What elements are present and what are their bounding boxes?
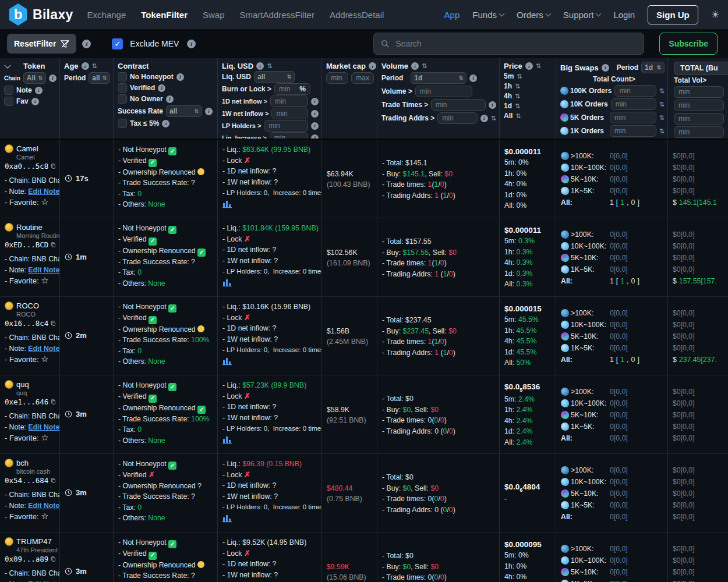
vol-1k-min-input[interactable]: min [674,126,724,138]
stepper-icon[interactable]: ⇅ [659,101,665,108]
favorite-star-icon[interactable]: ☆ [41,432,48,442]
liquidity-chart-icon[interactable] [222,435,232,444]
edit-note-link[interactable]: Edit Note [28,580,59,582]
vol-10k-min-input[interactable]: min [674,100,724,111]
age-period-select[interactable]: all⇅ [89,72,110,84]
subscribe-button[interactable]: Subscribe [659,33,718,55]
info-icon[interactable]: i [31,98,39,105]
bilaxy-logo[interactable]: b Bilaxy [8,3,73,26]
signup-button[interactable]: Sign Up [648,5,698,24]
info-icon[interactable]: i [176,73,184,81]
copy-icon[interactable] [51,555,56,563]
info-icon[interactable]: i [35,87,43,94]
nav-link-login[interactable]: Login [613,10,635,20]
exclude-mev-checkbox[interactable]: ✓ [112,38,123,49]
sort-icon[interactable]: ⇅ [536,62,541,70]
copy-icon[interactable] [51,320,56,327]
info-icon[interactable]: i [469,74,477,82]
nav-item-exchange[interactable]: Exchange [87,10,126,20]
info-icon[interactable]: i [187,40,196,48]
edit-note-link[interactable]: Edit Note [28,266,59,274]
inflow-1w-min-input[interactable]: min [271,108,308,119]
info-icon[interactable]: i [166,95,174,103]
edit-note-link[interactable]: Edit Note [28,345,59,353]
info-icon[interactable]: i [311,98,319,105]
burn-lock-min-input[interactable]: min% [274,83,310,95]
sort-icon[interactable]: ⇅ [491,115,496,122]
info-icon[interactable]: i [49,74,56,82]
no-owner-checkbox[interactable] [118,94,127,104]
info-icon[interactable]: i [82,40,91,48]
favorite-star-icon[interactable]: ☆ [41,275,48,285]
info-icon[interactable]: i [411,62,419,70]
info-icon[interactable]: i [311,110,319,118]
sort-icon[interactable]: ⇅ [515,93,520,100]
chain-select[interactable]: All⇅ [23,72,46,84]
edit-note-link[interactable]: Edit Note [28,187,59,196]
nav-link-app[interactable]: App [444,10,460,20]
copy-icon[interactable] [51,162,56,170]
nav-link-funds[interactable]: Funds [472,10,504,20]
bigswaps-period-select[interactable]: 1d⇅ [641,62,665,73]
verified-checkbox[interactable] [118,83,127,93]
sort-icon[interactable]: ⇅ [517,73,522,80]
vol-5k-min-input[interactable]: min [674,113,724,125]
nav-link-orders[interactable]: Orders [517,10,550,20]
copy-icon[interactable] [51,398,56,406]
liquidity-chart-icon[interactable] [222,357,232,365]
info-icon[interactable]: i [205,108,213,115]
nav-item-smartaddressfilter[interactable]: SmartAddressFilter [240,10,314,20]
nav-item-swap[interactable]: Swap [203,10,225,20]
sort-icon[interactable]: ⇅ [515,102,520,110]
total-buy-sell-button[interactable]: TOTAL (Bu [674,62,728,74]
volume-min-input[interactable]: min [415,86,472,97]
reset-filter-button[interactable]: ResetFilter [7,34,76,54]
liq-increase-min-input[interactable]: min [270,132,308,139]
count-5k-min-input[interactable]: min [610,112,656,123]
liq-select[interactable]: all⇅ [254,71,295,83]
nav-link-support[interactable]: Support [563,10,601,20]
count-10k-min-input[interactable]: min [611,98,656,110]
liquidity-chart-icon[interactable] [222,278,232,287]
sort-icon[interactable]: ⇅ [515,112,521,120]
trading-addrs-min-input[interactable]: min [437,112,478,124]
collapse-chevron-icon[interactable] [4,62,10,68]
copy-icon[interactable] [51,241,56,249]
liquidity-chart-icon[interactable] [222,200,232,208]
token-symbol[interactable]: bch [5,459,56,467]
token-symbol[interactable]: Routine [5,223,56,232]
favorite-star-icon[interactable]: ☆ [41,511,48,521]
mcap-min-input[interactable]: min [326,72,348,84]
nav-item-tokenfilter[interactable]: TokenFilter [141,10,188,20]
token-symbol[interactable]: TRUMP47 [5,537,56,546]
trade-times-min-input[interactable]: min [431,99,486,111]
inflow-1d-min-input[interactable]: min [270,95,308,107]
info-icon[interactable]: i [256,62,264,70]
success-rate-select[interactable]: all⇅ [166,105,202,117]
count-100k-min-input[interactable]: min [614,85,656,97]
copy-icon[interactable] [51,477,56,484]
token-symbol[interactable]: quq [5,380,56,389]
info-icon[interactable]: i [158,84,165,92]
volume-period-select[interactable]: 1d⇅ [411,72,467,84]
info-icon[interactable]: i [480,115,488,122]
no-honeypot-checkbox[interactable] [118,72,127,81]
count-1k-min-input[interactable]: min [610,125,656,137]
sort-icon[interactable]: ⇅ [92,62,97,70]
note-checkbox[interactable] [4,86,13,95]
info-icon[interactable]: i [525,62,533,70]
sort-icon[interactable]: ⇅ [422,62,427,70]
token-symbol[interactable]: Camel [5,144,56,153]
token-symbol[interactable]: ROCO [5,301,56,310]
info-icon[interactable]: i [311,122,319,130]
tax-checkbox[interactable] [118,119,127,128]
info-icon[interactable]: i [602,64,609,72]
edit-note-link[interactable]: Edit Note [28,423,59,431]
lp-holders-min-input[interactable]: min [264,120,308,132]
vol-100k-min-input[interactable]: min [674,86,724,98]
nav-item-addressdetail[interactable]: AddressDetail [330,10,384,20]
favorite-star-icon[interactable]: ☆ [41,197,48,207]
stepper-icon[interactable]: ⇅ [659,87,665,95]
liquidity-chart-icon[interactable] [222,514,232,523]
info-icon[interactable]: i [162,120,169,127]
